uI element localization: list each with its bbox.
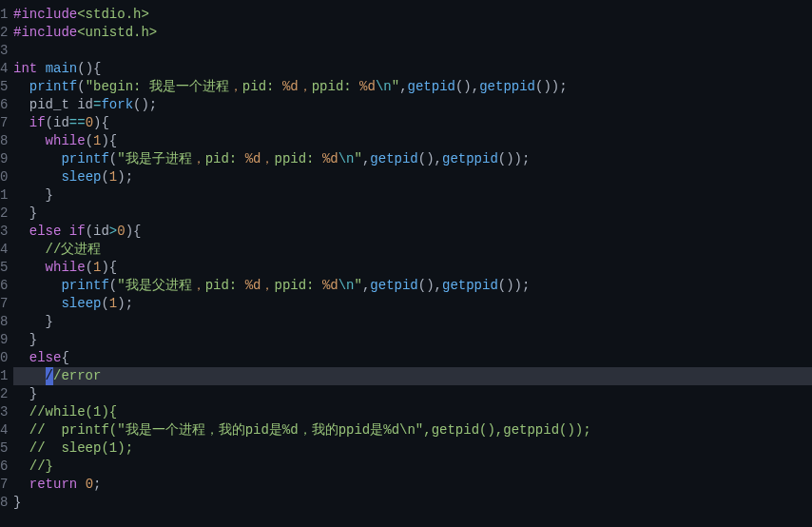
line-number: 7 — [0, 295, 8, 313]
line-number: 2 — [0, 24, 8, 42]
code-line: // sleep(1); — [13, 439, 812, 458]
line-number: 9 — [0, 331, 8, 349]
code-line: printf("begin: 我是一个进程，pid: %d，ppid: %d\n… — [13, 78, 812, 96]
code-line: pid_t id=fork(); — [13, 96, 812, 114]
code-line: //while(1){ — [13, 403, 812, 421]
code-line: return 0; — [13, 476, 812, 494]
code-line: } — [13, 205, 812, 223]
code-line: while(1){ — [13, 132, 812, 150]
line-number: 5 — [0, 259, 8, 277]
line-number: 8 — [0, 313, 8, 331]
line-number: 4 — [0, 241, 8, 259]
code-line: //父进程 — [13, 241, 812, 259]
code-line: sleep(1); — [13, 295, 812, 313]
code-line: } — [13, 385, 812, 403]
line-number: 3 — [0, 223, 8, 241]
code-line: //} — [13, 458, 812, 476]
line-number: 9 — [0, 150, 8, 168]
code-line: int main(){ — [13, 60, 812, 78]
code-line: #include<stdio.h> — [13, 6, 812, 24]
line-number: 3 — [0, 403, 8, 421]
line-number: 1 — [0, 186, 8, 205]
code-line: #include<unistd.h> — [13, 24, 812, 42]
code-line: if(id==0){ — [13, 114, 812, 132]
line-number: 0 — [0, 168, 8, 186]
code-line: sleep(1); — [13, 168, 812, 186]
line-number: 8 — [0, 494, 8, 512]
code-line: } — [13, 494, 812, 512]
code-line: } — [13, 331, 812, 349]
line-number: 1 — [0, 6, 8, 24]
line-number: 6 — [0, 96, 8, 114]
code-line — [13, 42, 812, 60]
code-line: else if(id>0){ — [13, 223, 812, 241]
line-number: 5 — [0, 439, 8, 458]
cursor-icon: / — [46, 367, 53, 385]
line-number: 0 — [0, 349, 8, 367]
line-number: 4 — [0, 421, 8, 439]
line-number: 2 — [0, 205, 8, 223]
code-line: printf("我是父进程，pid: %d，ppid: %d\n",getpid… — [13, 277, 812, 295]
line-number: 6 — [0, 458, 8, 476]
code-line: else{ — [13, 349, 812, 367]
code-line: while(1){ — [13, 259, 812, 277]
line-number: 6 — [0, 277, 8, 295]
line-number-gutter: 1 2 3 4 5 6 7 8 9 0 1 2 3 4 5 6 7 8 9 0 … — [0, 0, 8, 527]
line-number: 2 — [0, 385, 8, 403]
code-line: } — [13, 186, 812, 205]
code-line-current: //error — [13, 367, 812, 385]
line-number: 4 — [0, 60, 8, 78]
line-number: 5 — [0, 78, 8, 96]
line-number: 1 — [0, 367, 8, 385]
code-line: } — [13, 313, 812, 331]
line-number: 8 — [0, 132, 8, 150]
line-number: 7 — [0, 114, 8, 132]
line-number: 3 — [0, 42, 8, 60]
line-number: 7 — [0, 476, 8, 494]
code-editor: 1 2 3 4 5 6 7 8 9 0 1 2 3 4 5 6 7 8 9 0 … — [0, 0, 812, 527]
code-area[interactable]: #include<stdio.h> #include<unistd.h> int… — [8, 0, 812, 527]
code-line: printf("我是子进程，pid: %d，ppid: %d\n",getpid… — [13, 150, 812, 168]
code-line: // printf("我是一个进程，我的pid是%d，我的ppid是%d\n",… — [13, 421, 812, 439]
